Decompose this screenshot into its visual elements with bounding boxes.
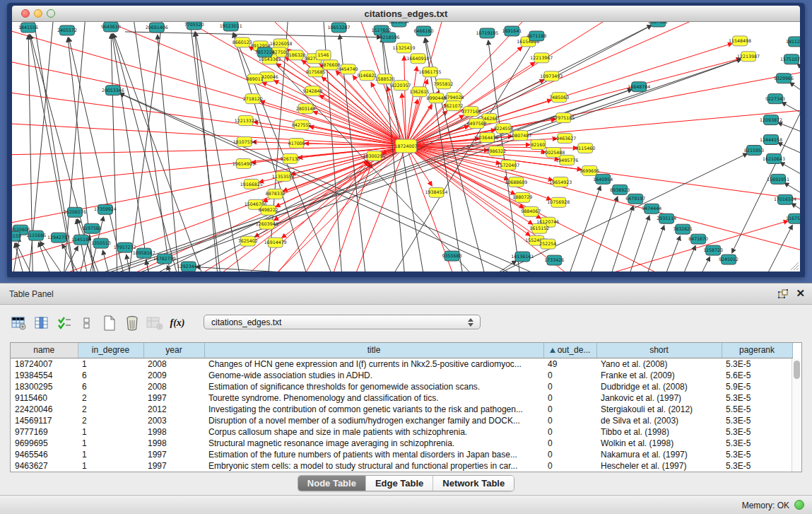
graph-node-label: 8215953 bbox=[744, 148, 764, 153]
network-window: citations_edges.txt 18724007866012389129… bbox=[7, 3, 805, 277]
function-builder-button[interactable]: f(x) bbox=[168, 315, 187, 332]
graph-edge bbox=[132, 22, 175, 271]
graph-node-label: 2876608 bbox=[321, 62, 341, 67]
graph-node-label: 9115460 bbox=[575, 146, 595, 151]
graph-node-label: 2087682 bbox=[648, 22, 668, 24]
tab-node-table[interactable]: Node Table bbox=[298, 476, 366, 491]
graph-node-label: 6794028 bbox=[444, 95, 464, 100]
graph-node-label: 1546 bbox=[318, 52, 329, 57]
column-header-in-degree[interactable]: in_degree bbox=[78, 343, 143, 358]
graph-edge bbox=[125, 22, 164, 271]
graph-node-label: 1588520 bbox=[375, 76, 395, 81]
table-row[interactable]: 1938455462009Genome-wide association stu… bbox=[11, 370, 792, 381]
delete-table-button[interactable] bbox=[123, 315, 141, 332]
table-row[interactable]: 946554611997Estimation of the future num… bbox=[11, 449, 792, 460]
graph-node-label: 9884067 bbox=[521, 209, 541, 214]
graph-node-label: 10688609 bbox=[505, 180, 527, 185]
graph-node-label: 9355683 bbox=[442, 253, 461, 258]
graph-node-label: 18107554 bbox=[233, 139, 256, 144]
graph-node-label: 20053346 bbox=[102, 88, 124, 93]
graph-edge bbox=[196, 267, 436, 271]
column-header-pagerank[interactable]: pagerank bbox=[722, 343, 792, 358]
graph-node-label: 19654903 bbox=[233, 161, 255, 166]
graph-edge bbox=[40, 241, 83, 271]
graph-node-label: 1640954 bbox=[593, 177, 613, 182]
graph-node-label: 1615152 bbox=[529, 226, 549, 230]
graph-edge bbox=[40, 22, 406, 146]
column-header-year[interactable]: year bbox=[143, 343, 204, 358]
graph-edge bbox=[406, 146, 801, 262]
network-view[interactable]: 1872400786601238912954182260589827509818… bbox=[12, 22, 800, 271]
select-functions-button[interactable] bbox=[55, 315, 73, 332]
graph-edge bbox=[112, 34, 184, 271]
graph-node-label: 20691406 bbox=[146, 25, 168, 30]
graph-edge bbox=[789, 82, 800, 110]
graph-node-label: 20206576 bbox=[64, 209, 86, 214]
tab-network-table[interactable]: Network Table bbox=[433, 476, 514, 491]
graph-node-label: 18226058 bbox=[270, 41, 293, 46]
close-panel-icon[interactable]: ✕ bbox=[796, 287, 805, 300]
graph-node-label: 19166825 bbox=[240, 182, 263, 187]
select-columns-button[interactable] bbox=[33, 315, 51, 332]
network-window-titlebar[interactable]: citations_edges.txt bbox=[12, 6, 800, 22]
table-panel-title: Table Panel bbox=[9, 289, 54, 299]
graph-node-label: 10719195 bbox=[476, 30, 498, 35]
float-window-icon[interactable] bbox=[778, 289, 788, 299]
tab-edge-table[interactable]: Edge Table bbox=[366, 476, 433, 491]
graph-edge bbox=[752, 225, 792, 271]
resize-grip[interactable] bbox=[791, 262, 799, 270]
table-row[interactable]: 946362711997Embryonic stem cells: a mode… bbox=[11, 460, 792, 472]
graph-node-label: 8471670 bbox=[688, 236, 708, 241]
graph-node-label: 18300295 bbox=[363, 153, 386, 158]
table-selector-value: citations_edges.txt bbox=[204, 317, 464, 327]
graph-node-label: 10973493 bbox=[540, 74, 563, 78]
node-table-scrollpane: name in_degree year title out_de... shor… bbox=[10, 342, 802, 472]
node-table: name in_degree year title out_de... shor… bbox=[11, 343, 793, 472]
graph-node-label: 9242848 bbox=[303, 88, 323, 93]
table-row[interactable]: 911546021997Tourette syndrome. Phenomeno… bbox=[11, 392, 792, 404]
graph-node-label: 6497568 bbox=[466, 121, 486, 126]
graph-edge bbox=[406, 64, 801, 146]
graph-node-label: 8186328 bbox=[286, 52, 306, 57]
graph-node-label: 14136141 bbox=[511, 254, 534, 259]
scrollbar-thumb[interactable] bbox=[794, 361, 800, 379]
graph-node-label: 19384554 bbox=[425, 190, 447, 195]
graph-node-label: 8224554 bbox=[493, 126, 513, 131]
graph-edge bbox=[376, 42, 534, 271]
graph-node-label: 9474444 bbox=[642, 206, 661, 211]
graph-node-label: 10025488 bbox=[542, 150, 565, 155]
graph-edge bbox=[797, 64, 800, 90]
vertical-scrollbar[interactable] bbox=[792, 358, 801, 472]
graph-node-label: 16961755 bbox=[419, 69, 442, 74]
graph-node-label: 12213987 bbox=[737, 54, 760, 59]
table-row[interactable]: 1872400712008Changes of HCN gene express… bbox=[11, 358, 792, 370]
graph-node-label: 9777169 bbox=[461, 109, 481, 114]
column-header-short[interactable]: short bbox=[596, 343, 722, 358]
table-tabs: Node Table Edge Table Network Table bbox=[0, 475, 812, 491]
table-settings-button[interactable] bbox=[10, 315, 28, 332]
table-row[interactable]: 969969511998Structural magnetic resonanc… bbox=[11, 438, 792, 449]
delete-column-button-disabled bbox=[146, 315, 164, 332]
status-bar: Memory: OK bbox=[0, 495, 812, 514]
graph-node-label: 8454749 bbox=[339, 66, 358, 71]
graph-node-label: 16914479 bbox=[264, 240, 287, 245]
memory-ok-indicator bbox=[794, 500, 804, 510]
row-height-button[interactable] bbox=[78, 315, 96, 332]
graph-node-label: 252254 bbox=[539, 241, 556, 246]
table-row[interactable]: 1830029562008Estimation of significance … bbox=[11, 381, 792, 392]
graph-node-label: 1350513 bbox=[91, 240, 111, 245]
column-header-name[interactable]: name bbox=[11, 343, 78, 358]
table-row[interactable]: 1456911722003Disruption of a novel membe… bbox=[11, 415, 792, 426]
graph-node-label: 989011 bbox=[247, 76, 264, 81]
graph-node-label: 1880729 bbox=[512, 194, 532, 199]
column-header-out-degree[interactable]: out_de... bbox=[543, 343, 596, 358]
table-selector-dropdown[interactable]: citations_edges.txt bbox=[204, 315, 481, 329]
graph-node-label: 9267130 bbox=[281, 156, 300, 161]
new-table-button[interactable] bbox=[100, 315, 119, 332]
graph-node-label: 1115686 bbox=[26, 233, 46, 238]
table-row[interactable]: 2242004622012Investigating the contribut… bbox=[11, 404, 792, 415]
table-row[interactable]: 977716911998Corpus callosum shape and si… bbox=[11, 426, 792, 438]
graph-node-label: 9175685 bbox=[306, 69, 326, 74]
column-header-title[interactable]: title bbox=[204, 343, 543, 358]
graph-node-label: 9245012 bbox=[719, 257, 739, 262]
